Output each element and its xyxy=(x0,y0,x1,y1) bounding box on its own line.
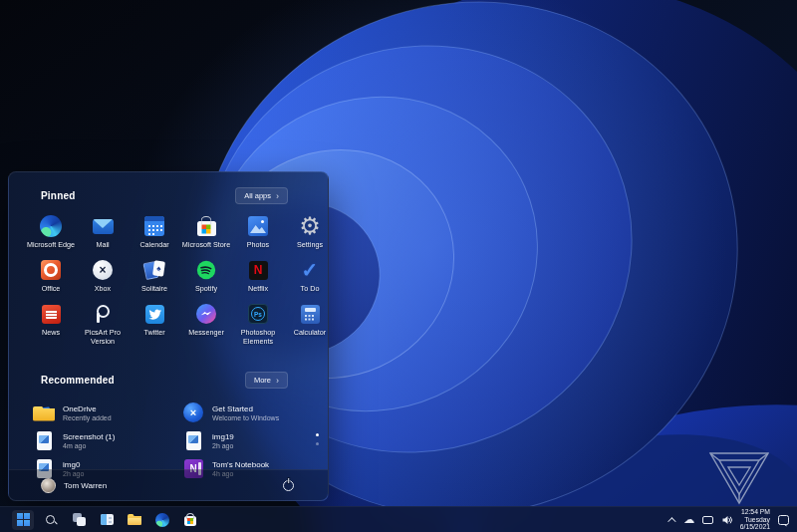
pinned-app-microsoft-store[interactable]: Microsoft Store xyxy=(180,212,232,256)
item-title: img19 xyxy=(212,432,234,441)
hidden-icons-button[interactable] xyxy=(664,517,676,523)
pinned-app-xbox[interactable]: × Xbox xyxy=(77,256,129,300)
windows-logo-icon xyxy=(17,513,30,526)
picsart-icon xyxy=(93,304,113,324)
recommended-item-get-started[interactable]: × Get Started Welcome to Windows xyxy=(182,399,312,426)
app-label: Photoshop Elements xyxy=(232,329,284,346)
item-subtitle: 2h ago xyxy=(212,442,234,449)
app-label: To Do xyxy=(284,285,329,294)
todo-check-icon: ✓ xyxy=(302,260,319,280)
edge-taskbar-button[interactable] xyxy=(151,510,173,530)
onedrive-cloud-icon[interactable]: ☁ xyxy=(683,514,695,525)
recommended-item-screenshot-1[interactable]: Screenshot (1) 4m ago xyxy=(33,426,182,454)
start-menu-user-bar: Tom Warren xyxy=(9,469,328,500)
all-apps-label: All apps xyxy=(244,191,271,200)
app-label: Messenger xyxy=(180,329,232,338)
pinned-app-news[interactable]: News xyxy=(25,300,77,358)
item-title: Tom's Notebook xyxy=(212,460,269,469)
pinned-app-netflix[interactable]: N Netflix xyxy=(232,256,284,300)
app-label: Photos xyxy=(232,241,284,250)
item-subtitle: Welcome to Windows xyxy=(212,414,279,421)
store-taskbar-button[interactable] xyxy=(179,510,201,530)
pinned-app-settings[interactable]: ⚙ Settings xyxy=(284,212,329,256)
clock[interactable]: 12:54 PM Tuesday 6/15/2021 xyxy=(740,508,770,531)
taskbar: ☁ 12:54 PM Tuesday 6/15/2021 xyxy=(0,506,797,532)
edge-icon xyxy=(40,215,62,237)
notification-center-button[interactable] xyxy=(777,515,789,525)
store-bag-icon xyxy=(197,221,216,236)
item-subtitle: 4m ago xyxy=(63,442,115,449)
more-button[interactable]: More › xyxy=(245,372,288,389)
avatar xyxy=(41,478,56,493)
pinned-app-calculator[interactable]: Calculator xyxy=(284,300,329,358)
user-account-button[interactable]: Tom Warren xyxy=(41,478,107,493)
recommended-grid: OneDrive Recently added × Get Started We… xyxy=(9,389,328,482)
desktop: Pinned All apps › Microsoft Edge Mail Ca… xyxy=(0,0,797,532)
onedrive-folder-icon xyxy=(33,404,55,421)
app-label: Settings xyxy=(284,241,329,250)
item-subtitle: Recently added xyxy=(63,414,112,421)
pinned-app-photoshop-elements[interactable]: Photoshop Elements xyxy=(232,300,284,358)
volume-icon[interactable] xyxy=(721,514,733,526)
twitter-bird-icon xyxy=(145,305,164,324)
file-explorer-button[interactable] xyxy=(124,510,145,530)
notification-bubble-icon xyxy=(778,515,789,525)
recommended-item-img19[interactable]: img19 2h ago xyxy=(182,426,312,454)
office-icon xyxy=(41,260,61,280)
app-label: Xbox xyxy=(77,285,129,294)
more-label: More xyxy=(254,376,271,385)
app-label: Microsoft Edge xyxy=(25,241,77,250)
search-button[interactable] xyxy=(40,510,62,530)
app-label: Twitter xyxy=(129,329,180,338)
app-label: News xyxy=(25,329,77,338)
app-label: Solitaire xyxy=(129,285,180,294)
mail-envelope-icon xyxy=(93,219,114,234)
pinned-app-messenger[interactable]: Messenger xyxy=(180,300,232,358)
task-view-icon xyxy=(73,513,86,526)
pinned-app-mail[interactable]: Mail xyxy=(77,212,129,256)
messenger-bolt-icon xyxy=(196,304,216,324)
pinned-app-spotify[interactable]: Spotify xyxy=(180,256,232,300)
app-label: Netflix xyxy=(232,285,284,294)
spotify-icon xyxy=(196,260,216,280)
clock-weekday: Tuesday xyxy=(740,516,770,524)
app-label: Microsoft Store xyxy=(180,241,232,250)
pinned-app-photos[interactable]: Photos xyxy=(232,212,284,256)
pinned-pagination-dots[interactable] xyxy=(316,433,319,445)
start-button[interactable] xyxy=(12,510,34,530)
pinned-app-twitter[interactable]: Twitter xyxy=(129,300,180,358)
pinned-app-picsart[interactable]: PicsArt Pro Version xyxy=(77,300,129,358)
app-label: Mail xyxy=(77,241,129,250)
start-menu: Pinned All apps › Microsoft Edge Mail Ca… xyxy=(8,171,329,501)
app-label: Spotify xyxy=(180,285,232,294)
task-view-button[interactable] xyxy=(68,510,90,530)
pinned-title: Pinned xyxy=(41,190,76,201)
pinned-app-to-do[interactable]: ✓ To Do xyxy=(284,256,329,300)
page-dot-active[interactable] xyxy=(316,433,319,436)
photos-icon xyxy=(248,216,268,236)
get-started-icon: × xyxy=(183,402,203,422)
clock-time: 12:54 PM xyxy=(740,508,770,516)
item-title: Screenshot (1) xyxy=(63,432,115,441)
pinned-app-solitaire[interactable]: Solitaire xyxy=(129,256,180,300)
app-label: Calendar xyxy=(129,241,180,250)
speaker-icon xyxy=(721,514,733,526)
recommended-item-onedrive[interactable]: OneDrive Recently added xyxy=(33,399,182,426)
pinned-app-office[interactable]: Office xyxy=(25,256,77,300)
image-file-icon xyxy=(186,431,201,450)
clock-date: 6/15/2021 xyxy=(740,523,770,531)
widgets-button[interactable] xyxy=(96,510,118,530)
page-dot[interactable] xyxy=(316,442,319,445)
item-title: img0 xyxy=(63,460,84,469)
network-icon[interactable] xyxy=(702,516,714,524)
recommended-title: Recommended xyxy=(41,375,115,386)
pinned-app-calendar[interactable]: Calendar xyxy=(129,212,180,256)
app-label: Calculator xyxy=(284,329,329,338)
power-button[interactable] xyxy=(283,480,294,491)
folder-icon xyxy=(128,514,141,525)
all-apps-button[interactable]: All apps › xyxy=(235,187,288,204)
news-icon xyxy=(42,305,61,324)
edge-icon xyxy=(155,513,169,527)
image-file-icon xyxy=(37,431,52,450)
pinned-app-microsoft-edge[interactable]: Microsoft Edge xyxy=(25,212,77,256)
